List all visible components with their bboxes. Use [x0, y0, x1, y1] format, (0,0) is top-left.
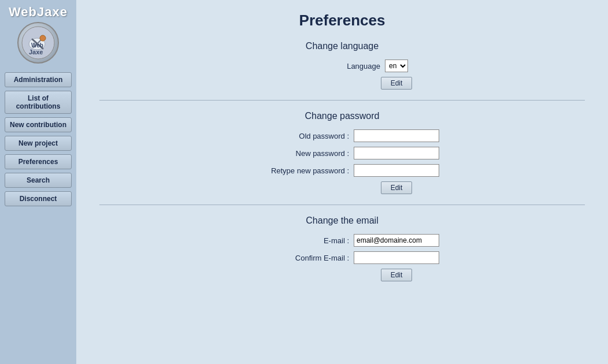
password-edit-button[interactable]: Edit	[381, 181, 413, 194]
password-section: Change password Old password : New passw…	[99, 111, 585, 194]
svg-text:Web: Web	[31, 42, 43, 49]
email-row: E-mail :	[99, 234, 585, 247]
password-section-title: Change password	[99, 111, 585, 121]
svg-text:Jaxe: Jaxe	[29, 49, 43, 55]
sidebar-item-administration[interactable]: Administration	[5, 72, 72, 87]
email-edit-button[interactable]: Edit	[381, 269, 413, 281]
password-edit-row: Edit	[99, 181, 585, 194]
new-password-input[interactable]	[354, 147, 439, 159]
old-password-label: Old password :	[245, 132, 349, 140]
retype-password-label: Retype new password :	[245, 166, 349, 175]
sidebar-item-new-contribution[interactable]: New contribution	[5, 117, 72, 132]
language-label: Language	[276, 62, 380, 70]
language-edit-button[interactable]: Edit	[381, 77, 413, 90]
new-password-row: New password :	[99, 147, 585, 159]
language-section-title: Change language	[99, 41, 585, 51]
language-section: Change language Language en fr es de Edi…	[99, 41, 585, 90]
sidebar-item-list-contributions[interactable]: List of contributions	[5, 91, 72, 114]
sidebar: WebJaxe Web Jaxe Administration List of …	[0, 0, 76, 364]
email-edit-row: Edit	[99, 269, 585, 281]
app-title: WebJaxe	[9, 5, 68, 20]
confirm-email-row: Confirm E-mail :	[99, 251, 585, 264]
retype-password-input[interactable]	[354, 164, 439, 177]
email-section: Change the email E-mail : Confirm E-mail…	[99, 216, 585, 281]
old-password-input[interactable]	[354, 129, 439, 142]
divider-2	[99, 205, 585, 205]
new-password-label: New password :	[245, 149, 349, 158]
language-select[interactable]: en fr es de	[385, 60, 408, 72]
page-title: Preferences	[99, 12, 585, 29]
svg-point-4	[40, 35, 46, 41]
language-row: Language en fr es de	[99, 60, 585, 72]
sidebar-item-new-project[interactable]: New project	[5, 136, 72, 151]
confirm-email-input[interactable]	[354, 251, 439, 264]
divider-1	[99, 100, 585, 101]
main-content: Preferences Change language Language en …	[76, 0, 608, 364]
language-edit-row: Edit	[99, 77, 585, 90]
retype-password-row: Retype new password :	[99, 164, 585, 177]
logo-area: WebJaxe Web Jaxe	[0, 0, 76, 70]
sidebar-item-disconnect[interactable]: Disconnect	[5, 191, 72, 206]
email-input[interactable]	[354, 234, 439, 247]
email-section-title: Change the email	[99, 216, 585, 226]
sidebar-item-preferences[interactable]: Preferences	[5, 154, 72, 169]
app-logo: Web Jaxe	[17, 22, 59, 64]
sidebar-item-search[interactable]: Search	[5, 173, 72, 188]
email-label: E-mail :	[245, 236, 349, 245]
confirm-email-label: Confirm E-mail :	[245, 254, 349, 262]
old-password-row: Old password :	[99, 129, 585, 142]
